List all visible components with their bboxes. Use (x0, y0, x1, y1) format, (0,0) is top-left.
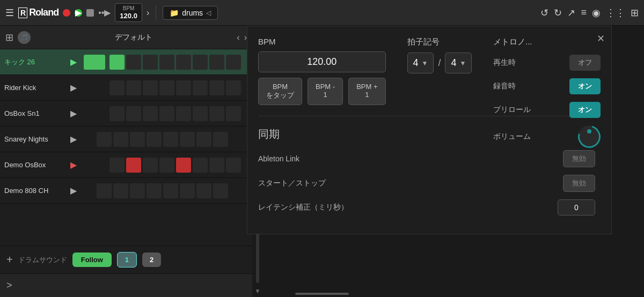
table-row: Snarey Nights ▶ (0, 127, 252, 152)
pad[interactable] (176, 80, 191, 95)
pad[interactable] (159, 80, 174, 95)
pad[interactable] (226, 158, 241, 173)
add-drum-sound-btn[interactable]: + (6, 254, 13, 266)
pad[interactable] (226, 55, 241, 70)
preset-name: デフォルト (35, 33, 232, 42)
pad[interactable] (159, 55, 174, 70)
pad[interactable] (143, 106, 158, 121)
share-icon[interactable]: ◁ (206, 9, 211, 17)
pad[interactable] (159, 158, 174, 173)
command-expand-icon[interactable]: > (6, 280, 12, 291)
pad[interactable] (209, 106, 224, 121)
pad[interactable] (143, 80, 158, 95)
pad[interactable] (226, 106, 241, 121)
pad-grid-icon[interactable]: ⊞ (5, 32, 13, 43)
pad[interactable] (193, 158, 208, 173)
eye-icon[interactable]: ◉ (592, 7, 601, 19)
pad[interactable] (147, 183, 162, 198)
scroll-down-btn[interactable]: ▼ (254, 287, 261, 295)
redo-icon[interactable]: ↻ (554, 7, 562, 19)
bpm-display[interactable]: BPM 120.0 (115, 3, 142, 23)
select-icon[interactable]: ↗ (567, 7, 575, 19)
bpm-tap-btn[interactable]: BPM をタップ (258, 78, 302, 105)
stop-button[interactable] (86, 9, 94, 17)
pad[interactable] (109, 106, 125, 121)
track-play-btn[interactable]: ▶ (68, 56, 79, 68)
track-play-btn[interactable]: ▶ (68, 108, 79, 120)
metro-playback-toggle[interactable]: オフ (569, 55, 601, 71)
pads-grid (109, 80, 241, 95)
metro-volume-knob[interactable] (574, 121, 604, 152)
eq-icon[interactable]: ⋮⋮ (606, 7, 625, 19)
pad[interactable] (143, 158, 158, 173)
pad[interactable] (130, 132, 145, 147)
pad[interactable] (193, 106, 208, 121)
track-name: Rider Kick (4, 84, 63, 92)
pad[interactable] (130, 183, 145, 198)
chevron-down-icon: ▼ (422, 60, 428, 67)
pad[interactable] (213, 183, 228, 198)
pad[interactable] (176, 158, 191, 173)
track-play-btn[interactable]: ▶ (68, 185, 79, 197)
pad[interactable] (143, 55, 158, 70)
pad[interactable] (176, 106, 191, 121)
pad[interactable] (126, 80, 141, 95)
time-sig-denominator[interactable]: 4 ▼ (445, 53, 472, 73)
follow-button[interactable]: Follow (72, 253, 112, 267)
track-play-btn[interactable]: ▶ (68, 159, 79, 171)
undo-icon[interactable]: ↺ (540, 7, 548, 19)
pad[interactable] (126, 55, 141, 70)
pad[interactable] (193, 55, 208, 70)
pad[interactable] (193, 80, 208, 95)
bpm-expand-btn[interactable]: › (147, 8, 149, 18)
pad[interactable] (109, 158, 125, 173)
metro-preroll-toggle[interactable]: オン (569, 102, 601, 118)
menu-icon[interactable]: ☰ (5, 7, 14, 19)
pad[interactable] (226, 80, 241, 95)
metro-record-toggle[interactable]: オン (569, 78, 601, 94)
pad[interactable] (97, 183, 112, 198)
play-button[interactable]: ▶ (75, 9, 82, 17)
pad[interactable] (113, 183, 128, 198)
startstop-btn[interactable]: 無効 (563, 175, 595, 192)
record-button[interactable] (63, 9, 70, 17)
latency-input[interactable]: 0 (558, 199, 595, 216)
pad[interactable] (180, 183, 195, 198)
track-name: キック 26 (4, 57, 63, 67)
pad[interactable] (196, 183, 211, 198)
time-sig-numerator[interactable]: 4 ▼ (407, 53, 434, 73)
pad[interactable] (113, 132, 128, 147)
pad[interactable] (209, 158, 224, 173)
project-name[interactable]: 📁 drums ◁ (163, 6, 218, 20)
page-2-btn[interactable]: 2 (142, 253, 161, 267)
page-1-btn[interactable]: 1 (117, 252, 137, 268)
bpm-minus-btn[interactable]: BPM - 1 (308, 78, 343, 105)
pad[interactable] (109, 55, 125, 70)
prev-preset-btn[interactable]: ‹ (237, 33, 239, 42)
track-play-btn[interactable]: ▶ (68, 133, 79, 145)
overdub-icon[interactable]: ••▶ (98, 8, 111, 18)
pad[interactable] (147, 132, 162, 147)
track-play-btn[interactable]: ▶ (68, 82, 79, 94)
left-panel: ⊞ 🎵 デフォルト ‹ › キック 26 ▶ (0, 26, 252, 297)
pad[interactable] (126, 106, 141, 121)
pad[interactable] (159, 106, 174, 121)
bpm-plus-btn[interactable]: BPM + 1 (348, 78, 385, 105)
grid-view-icon[interactable]: ⊞ (631, 7, 639, 19)
pads-grid (97, 183, 228, 198)
pad[interactable] (163, 132, 178, 147)
pad[interactable] (209, 55, 224, 70)
pad[interactable] (209, 80, 224, 95)
bpm-value-box[interactable]: 120.00 (258, 51, 386, 72)
pad[interactable] (180, 132, 195, 147)
pad[interactable] (213, 132, 228, 147)
pad[interactable] (126, 158, 141, 173)
pad[interactable] (97, 132, 112, 147)
pad[interactable] (163, 183, 178, 198)
list-icon[interactable]: ≡ (581, 7, 587, 18)
pad[interactable] (196, 132, 211, 147)
pad[interactable] (176, 55, 191, 70)
pad[interactable] (109, 80, 125, 95)
bpm-col: BPM 120.00 BPM をタップ BPM - 1 BPM + 1 (258, 37, 386, 105)
startstop-row: スタート／ストップ 無効 (258, 175, 601, 192)
